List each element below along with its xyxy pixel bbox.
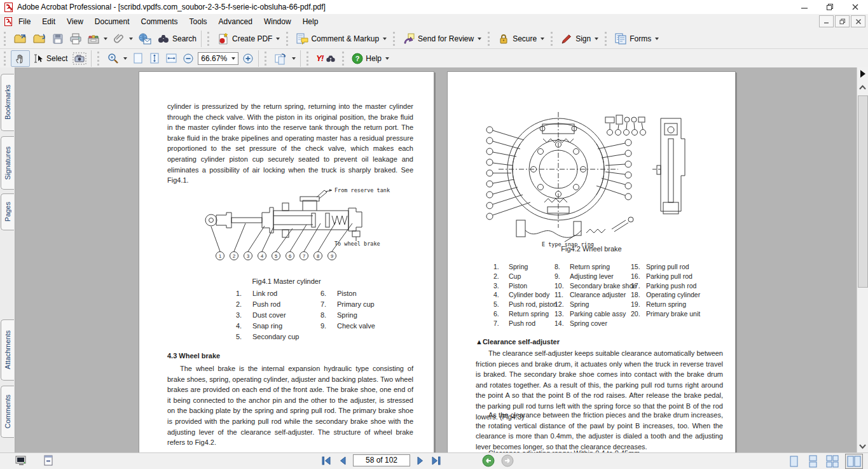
facing-mode-button[interactable] — [845, 454, 863, 469]
svg-text:9: 9 — [331, 253, 333, 259]
page-layout-modes — [787, 454, 863, 469]
fullscreen-mode-icon[interactable] — [15, 455, 27, 466]
reading-mode-icon[interactable] — [43, 455, 53, 466]
toolbar-grip[interactable] — [307, 52, 310, 66]
close-button[interactable] — [843, 0, 868, 14]
next-page-button[interactable] — [415, 456, 425, 466]
tab-attachments[interactable]: Attachments — [1, 319, 14, 381]
clearance-adjuster-heading: ▲Clearance self-adjuster — [476, 338, 560, 346]
create-pdf-label: Create PDF — [232, 34, 272, 43]
toolbar-grip[interactable] — [342, 52, 346, 66]
pdf-page-right[interactable]: E type snap ring Fig4.2 Wheel brake 1.Sp… — [447, 71, 736, 453]
scroll-up-icon[interactable] — [857, 83, 868, 93]
scroll-down-icon[interactable] — [857, 442, 868, 452]
scrollbar-thumb[interactable] — [858, 95, 868, 288]
menu-document[interactable]: Document — [89, 15, 135, 29]
tab-comments[interactable]: Comments — [1, 386, 14, 438]
create-pdf-button[interactable]: Create PDF — [214, 31, 282, 46]
previous-page-button[interactable] — [338, 456, 348, 466]
toolbar-grip[interactable] — [393, 32, 397, 46]
restore-button[interactable] — [817, 0, 843, 14]
continuous-facing-mode-button[interactable] — [825, 454, 840, 468]
save-button[interactable] — [49, 31, 67, 46]
tab-signatures[interactable]: Signatures — [1, 136, 14, 190]
sign-button[interactable]: Sign — [558, 31, 601, 46]
next-view-button[interactable] — [501, 454, 514, 467]
toolbar-separator — [258, 50, 259, 67]
actual-size-button[interactable] — [130, 51, 146, 66]
pane-toggle-arrow-icon[interactable] — [857, 69, 868, 79]
toolbar-grip[interactable] — [551, 32, 555, 46]
open-web-button[interactable] — [30, 31, 49, 46]
tab-pages[interactable]: Pages — [1, 193, 14, 230]
toolbar-separator — [201, 31, 202, 47]
svg-text:8: 8 — [317, 253, 319, 259]
mdi-close-button[interactable] — [851, 15, 865, 27]
mdi-restore-button[interactable] — [835, 15, 850, 27]
menu-comments[interactable]: Comments — [135, 15, 184, 29]
menu-view[interactable]: View — [61, 15, 89, 29]
last-page-button[interactable] — [431, 456, 442, 466]
menu-help[interactable]: Help — [297, 15, 324, 29]
part-item: 3.Piston — [493, 282, 557, 291]
snapshot-tool-button[interactable] — [70, 51, 89, 66]
vertical-scrollbar[interactable] — [857, 67, 868, 453]
search-button[interactable]: Search — [155, 31, 199, 46]
part-item: 20.Primary brake unit — [631, 310, 700, 319]
hand-tool-button[interactable] — [11, 50, 30, 67]
attach-caret-icon — [129, 38, 133, 40]
zoom-level-field[interactable]: 66.67% — [198, 52, 238, 65]
menu-window[interactable]: Window — [258, 15, 297, 29]
attach-button[interactable] — [110, 31, 135, 46]
comment-markup-button[interactable]: Comment & Markup — [293, 31, 389, 46]
document-canvas[interactable]: cylinder is pressurized by the return sp… — [15, 67, 857, 453]
fit-width-button[interactable] — [163, 51, 180, 66]
yahoo-messenger-button[interactable]: Y! — [313, 52, 338, 64]
menu-advanced[interactable]: Advanced — [213, 15, 258, 29]
single-page-mode-button[interactable] — [787, 454, 801, 468]
minimize-button[interactable] — [792, 0, 817, 14]
zoom-level-value[interactable]: 66.67% — [201, 54, 230, 63]
toolbar-grip[interactable] — [97, 52, 101, 66]
zoom-tool-button[interactable] — [104, 51, 130, 66]
toolbar-grip[interactable] — [605, 32, 609, 46]
help-caret-icon — [385, 57, 389, 60]
toolbar-grip[interactable] — [488, 32, 492, 46]
print-button[interactable] — [67, 31, 85, 46]
page-number-field[interactable]: 58 of 102 — [353, 454, 410, 466]
toolbar-grip[interactable] — [265, 52, 268, 66]
part-item: 2.Cup — [493, 272, 557, 282]
menu-edit[interactable]: Edit — [36, 15, 61, 29]
figure1-caption: Fig4.1 Master cylinder — [139, 277, 434, 285]
send-for-review-button[interactable]: Send for Review — [400, 31, 484, 46]
previous-view-button[interactable] — [482, 454, 495, 467]
toolbar-grip[interactable] — [4, 32, 8, 46]
email-button[interactable] — [135, 31, 155, 46]
organizer-button[interactable] — [85, 31, 110, 46]
paragraph-intro: cylinder is pressurized by the return sp… — [167, 101, 413, 186]
page-display-button[interactable] — [272, 51, 298, 66]
toolbar-grip[interactable] — [207, 32, 211, 46]
svg-text:7: 7 — [303, 253, 305, 259]
toolbar-grip[interactable] — [4, 52, 8, 66]
pdf-page-left[interactable]: cylinder is pressurized by the return sp… — [139, 71, 434, 453]
part-item: 8.Spring — [320, 311, 375, 322]
mdi-minimize-button[interactable] — [819, 15, 834, 27]
zoom-out-button[interactable] — [180, 52, 196, 66]
continuous-mode-button[interactable] — [806, 454, 820, 468]
forms-label: Forms — [630, 34, 651, 43]
first-page-button[interactable] — [321, 456, 333, 466]
menu-tools[interactable]: Tools — [184, 15, 213, 29]
toolbar-grip[interactable] — [286, 32, 290, 46]
secure-button[interactable]: Secure — [495, 31, 547, 46]
forms-button[interactable]: Forms — [612, 31, 661, 46]
part-item: 3.Dust cover — [236, 311, 299, 322]
menu-file[interactable]: File — [13, 15, 36, 29]
zoom-in-button[interactable] — [240, 52, 256, 66]
secure-label: Secure — [513, 34, 537, 43]
help-button[interactable]: ? Help — [349, 52, 392, 66]
tab-bookmarks[interactable]: Bookmarks — [1, 74, 14, 131]
select-tool-button[interactable]: Select — [30, 52, 70, 66]
fit-page-button[interactable] — [146, 51, 163, 66]
open-button[interactable] — [11, 31, 30, 46]
